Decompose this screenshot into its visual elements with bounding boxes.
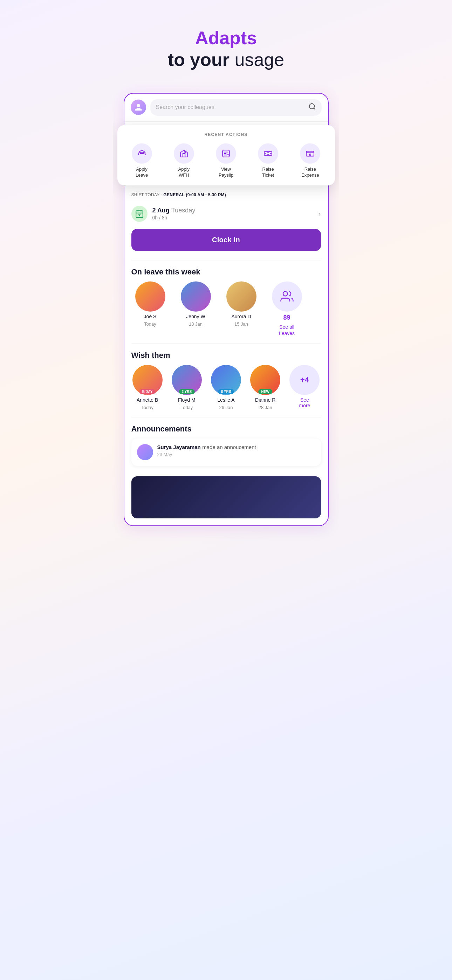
view-payslip-icon <box>216 143 236 164</box>
apply-leave-icon <box>132 143 152 164</box>
clock-in-button[interactable]: Clock in <box>131 229 321 251</box>
annette-badge: B'DAY <box>140 389 156 394</box>
dianne-date: 28 Jan <box>259 405 272 410</box>
see-all-leaves[interactable]: 89 See allLeaves <box>266 282 308 337</box>
hero-adapts-text: Adapts <box>127 28 325 48</box>
wish-them-title: Wish them <box>124 344 328 365</box>
leslie-badge: 8 YRS <box>218 389 234 394</box>
announcement-card-1[interactable]: Surya Jayaraman made an annoucement 23 M… <box>131 439 321 466</box>
more-circle-icon: +4 <box>290 365 320 395</box>
annette-avatar-wrapper: B'DAY <box>132 365 162 395</box>
user-icon <box>134 103 143 111</box>
wish-person-floyd[interactable]: 2 YRS Floyd M Today <box>169 365 205 410</box>
apply-leave-label: ApplyLeave <box>135 167 148 178</box>
hero-light-text: usage <box>234 49 284 70</box>
leslie-name: Leslie A <box>217 397 234 403</box>
user-avatar <box>131 100 146 115</box>
aurora-date: 15 Jan <box>234 321 248 327</box>
shift-row[interactable]: 2 Aug Tuesday 0h / 8h › <box>131 202 321 225</box>
wish-row: B'DAY Annette B Today 2 YRS Floyd M <box>129 365 323 410</box>
announcement-date: 23 May <box>157 452 315 457</box>
search-placeholder: Search your colleagues <box>156 104 215 110</box>
hero-section: Adapts to your usage <box>113 0 339 86</box>
joe-name: Joe S <box>144 314 157 319</box>
announcements-title: Announcements <box>124 417 328 439</box>
leave-person-jenny[interactable]: Jenny W 13 Jan <box>175 282 217 327</box>
announcement-content: Surya Jayaraman made an annoucement 23 M… <box>157 444 315 457</box>
svg-rect-4 <box>264 151 272 155</box>
recent-actions-popup: RECENT ACTIONS ApplyLeave <box>118 125 335 185</box>
leave-person-joe[interactable]: Joe S Today <box>129 282 171 327</box>
wish-person-leslie[interactable]: 8 YRS Leslie A 26 Jan <box>208 365 244 410</box>
leslie-date: 26 Jan <box>219 405 232 410</box>
on-leave-title: On leave this week <box>124 261 328 282</box>
action-raise-expense[interactable]: RaiseExpense <box>294 143 326 178</box>
announcement-action: made an annoucement <box>202 444 256 450</box>
leave-avatar-joe <box>135 282 166 312</box>
svg-point-6 <box>309 154 311 155</box>
shift-date: 2 Aug Tuesday <box>153 207 314 214</box>
search-icon[interactable] <box>308 103 316 112</box>
floyd-name: Floyd M <box>178 397 196 403</box>
jenny-name: Jenny W <box>186 314 205 319</box>
see-all-count: 89 <box>283 314 290 322</box>
floyd-date: Today <box>180 405 193 410</box>
more-count: +4 <box>300 376 309 384</box>
raise-ticket-label: RaiseTicket <box>262 167 274 178</box>
announcement-text: Surya Jayaraman made an annoucement <box>157 444 315 450</box>
dianne-name: Dianne R <box>255 397 275 403</box>
annette-date: Today <box>141 405 153 410</box>
on-leave-section: On leave this week Joe S Today Jenny W <box>124 261 328 344</box>
wish-person-dianne[interactable]: NEW Dianne R 28 Jan <box>247 365 283 410</box>
main-card: Search your colleagues RECENT ACTIONS <box>124 93 329 527</box>
see-all-icon <box>272 282 302 312</box>
action-apply-leave[interactable]: ApplyLeave <box>126 143 158 178</box>
action-view-payslip[interactable]: ViewPayslip <box>210 143 242 178</box>
mockup-wrapper: Search your colleagues RECENT ACTIONS <box>113 86 339 533</box>
floyd-badge: 2 YRS <box>179 389 194 394</box>
hero-bold-text: to your <box>168 49 229 70</box>
recent-actions-title: RECENT ACTIONS <box>121 132 331 137</box>
leave-avatar-jenny <box>181 282 211 312</box>
chevron-right-icon[interactable]: › <box>318 210 321 218</box>
joe-date: Today <box>144 321 156 327</box>
see-more-person[interactable]: +4 Seemore <box>286 365 323 408</box>
announcements-list: Surya Jayaraman made an annoucement 23 M… <box>124 439 328 473</box>
see-all-label: See allLeaves <box>279 324 295 336</box>
announcements-section-wrapper: Announcements Surya Jayaraman made an an… <box>124 417 328 519</box>
floyd-avatar-wrapper: 2 YRS <box>172 365 202 395</box>
view-payslip-label: ViewPayslip <box>219 167 233 178</box>
svg-point-9 <box>283 291 287 296</box>
aurora-name: Aurora D <box>231 314 251 319</box>
search-bar[interactable]: Search your colleagues <box>124 94 328 122</box>
announcement-image <box>131 476 321 519</box>
annette-name: Annette B <box>137 397 158 403</box>
leave-person-aurora[interactable]: Aurora D 15 Jan <box>220 282 263 327</box>
search-input-wrapper[interactable]: Search your colleagues <box>150 99 321 116</box>
announcer-name: Surya Jayaraman <box>157 444 201 450</box>
raise-expense-icon <box>300 143 320 164</box>
svg-rect-2 <box>185 151 186 152</box>
action-apply-wfh[interactable]: ApplyWFH <box>168 143 200 178</box>
shift-info: 2 Aug Tuesday 0h / 8h <box>153 207 314 221</box>
svg-point-0 <box>309 104 314 109</box>
apply-wfh-label: ApplyWFH <box>178 167 190 178</box>
jenny-date: 13 Jan <box>189 321 202 327</box>
shift-hours: 0h / 8h <box>153 215 314 221</box>
raise-expense-label: RaiseExpense <box>301 167 319 178</box>
action-raise-ticket[interactable]: RaiseTicket <box>252 143 284 178</box>
wish-person-annette[interactable]: B'DAY Annette B Today <box>129 365 166 410</box>
dianne-badge: NEW <box>259 389 272 394</box>
leave-avatar-aurora <box>226 282 256 312</box>
see-more-label: Seemore <box>299 397 310 408</box>
leslie-avatar-wrapper: 8 YRS <box>211 365 241 395</box>
hero-subtitle: to your usage <box>127 48 325 72</box>
apply-wfh-icon <box>174 143 194 164</box>
svg-rect-7 <box>136 211 143 218</box>
dianne-avatar-wrapper: NEW <box>250 365 280 395</box>
wish-them-section: Wish them B'DAY Annette B Today <box>124 344 328 417</box>
leave-people-row: Joe S Today Jenny W 13 Jan Auror <box>124 282 328 344</box>
actions-row: ApplyLeave ApplyWFH <box>121 143 331 178</box>
shift-label: SHIFT TODAY : GENERAL (9:00 AM - 5.30 PM… <box>131 192 321 197</box>
wish-people-row: B'DAY Annette B Today 2 YRS Floyd M <box>124 365 328 417</box>
